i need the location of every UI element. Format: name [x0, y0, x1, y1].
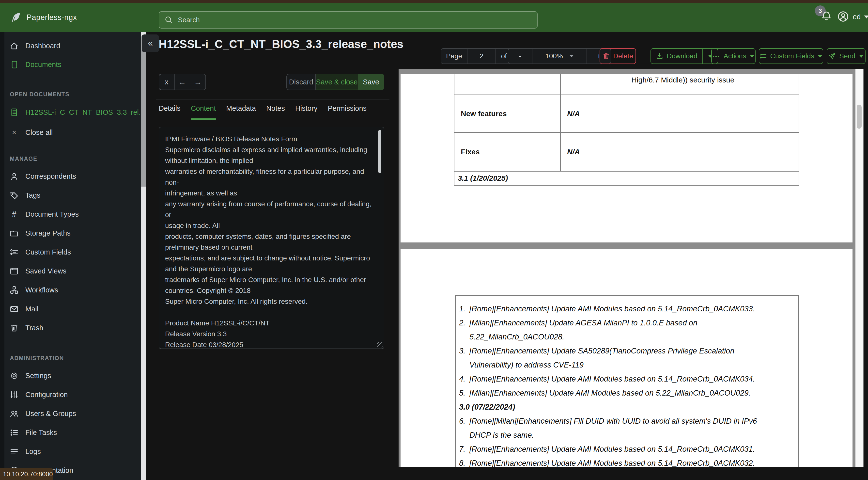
link-status-tooltip: 10.10.20.70:8000 — [0, 468, 53, 480]
preview-scrollbar-thumb[interactable] — [857, 104, 862, 129]
tab-notes[interactable]: Notes — [266, 104, 285, 120]
chevron-down-icon — [859, 55, 864, 58]
tab-content[interactable]: Content — [191, 104, 216, 120]
sidebar-left-edge — [0, 32, 4, 480]
textarea-scrollbar-thumb[interactable] — [378, 130, 381, 173]
chevron-down-icon — [817, 55, 823, 58]
pdf-preview: High/6.7 Middle)) security issue New fea… — [399, 69, 864, 467]
content-textarea[interactable]: IPMI Firmware / BIOS Release Notes Form … — [159, 127, 384, 349]
open-documents-header: OPEN DOCUMENTS — [0, 91, 141, 98]
sidebar-item-file-tasks[interactable]: File Tasks — [0, 426, 141, 439]
send-button[interactable]: Send — [827, 48, 866, 64]
list-item: 3.0 (07/22/2024) — [456, 400, 798, 414]
sidebar-item-dashboard[interactable]: Dashboard — [0, 39, 141, 52]
download-icon — [656, 53, 663, 60]
tab-details[interactable]: Details — [159, 104, 181, 120]
next-document-button[interactable]: → — [190, 74, 206, 90]
list-item: 5. [Milan][Enhancements] Update AMI Modu… — [456, 386, 798, 400]
sidebar: Dashboard Documents OPEN DOCUMENTS H12SS… — [0, 32, 141, 480]
home-icon — [10, 41, 19, 50]
previous-document-button[interactable]: ← — [175, 74, 190, 90]
actions-button[interactable]: ⋯ Actions — [711, 48, 755, 64]
sliders-icon — [10, 390, 19, 399]
tag-icon — [10, 191, 19, 200]
list-item: 7. [Rome][Enhancements] Update AMI Modul… — [456, 442, 798, 456]
zoom-level-select[interactable]: 100% — [532, 49, 587, 63]
user-menu[interactable]: ed — [853, 13, 868, 21]
gear-icon — [10, 371, 19, 380]
sidebar-item-settings[interactable]: Settings — [0, 369, 141, 382]
list-item-text: [Rome][Enhancements] Update AMI Modules … — [469, 372, 798, 386]
sidebar-item-correspondents[interactable]: Correspondents — [0, 170, 141, 183]
zoom-out-button[interactable]: - — [508, 49, 532, 63]
save-button[interactable]: Save — [358, 74, 384, 90]
table-cell-value: N/A — [561, 95, 799, 132]
discard-button[interactable]: Discard — [286, 74, 316, 90]
file-text-icon — [10, 108, 19, 117]
download-button[interactable]: Download — [651, 49, 703, 63]
sidebar-item-logs[interactable]: Logs — [0, 445, 141, 458]
custom-fields-icon — [760, 53, 767, 60]
chevron-down-icon — [864, 16, 868, 19]
search-icon — [164, 16, 173, 24]
document-title: H12SSL-i_C_CT_NT_BIOS_3.3_release_notes — [159, 37, 403, 51]
sidebar-item-close-all[interactable]: × Close all — [0, 126, 141, 139]
sidebar-item-mail[interactable]: Mail — [0, 302, 141, 315]
textarea-resize-handle[interactable] — [377, 342, 383, 348]
boxes-icon — [10, 286, 19, 294]
release-notes-list: 1. [Rome][Enhancements] Update AMI Modul… — [455, 295, 799, 467]
sidebar-item-workflows[interactable]: Workflows — [0, 283, 141, 296]
tab-metadata[interactable]: Metadata — [226, 104, 256, 120]
table-cell-label: New features — [455, 95, 561, 132]
download-split-button: Download — [651, 48, 718, 64]
folder-icon — [10, 229, 19, 238]
send-icon — [828, 53, 836, 60]
list-item-text: [Rome][Enhancements] Update SA50289(Tian… — [469, 344, 798, 372]
tab-permissions[interactable]: Permissions — [328, 104, 367, 120]
list-item-number: 3. — [456, 344, 469, 372]
list-item: 3. [Rome][Enhancements] Update SA50289(T… — [456, 344, 798, 372]
sidebar-item-saved-views[interactable]: Saved Views — [0, 265, 141, 277]
page-label: Page — [441, 49, 467, 63]
sidebar-item-custom-fields[interactable]: Custom Fields — [0, 246, 141, 259]
sidebar-collapse-button[interactable]: « — [142, 34, 159, 52]
list-item-number: 1. — [456, 302, 469, 316]
sidebar-item-tags[interactable]: Tags — [0, 189, 141, 202]
zoom-control: - 100% + — [508, 48, 611, 64]
list-item: 8. [Rome][Enhancements] Update AMI Modul… — [456, 456, 798, 467]
list-item-number: 2. — [456, 316, 469, 344]
app-name: Paperless-ngx — [27, 13, 77, 22]
document-tabs: Details Content Metadata Notes History P… — [159, 104, 367, 120]
administration-header: ADMINISTRATION — [0, 355, 141, 362]
app-logo[interactable]: Paperless-ngx — [10, 12, 77, 23]
sidebar-item-users-groups[interactable]: Users & Groups — [0, 407, 141, 420]
tab-history[interactable]: History — [295, 104, 317, 120]
list-item-number: 5. — [456, 386, 469, 400]
list-item-text: [Milan][Enhancements] Update AGESA Milan… — [469, 316, 798, 344]
logs-icon — [10, 447, 19, 456]
custom-fields-icon — [10, 248, 19, 257]
sidebar-item-configuration[interactable]: Configuration — [0, 388, 141, 401]
list-item-number: 8. — [456, 456, 469, 467]
sidebar-item-trash[interactable]: Trash — [0, 322, 141, 334]
app-header: Paperless-ngx — [0, 3, 868, 32]
table-cell-value: N/A — [561, 133, 799, 171]
search-input[interactable] — [177, 16, 532, 24]
table-version-row: 3.1 (1/20/2025) — [455, 172, 799, 186]
release-notes-table: High/6.7 Middle)) security issue New fea… — [454, 74, 799, 186]
custom-fields-button[interactable]: Custom Fields — [759, 48, 823, 64]
page-number-input[interactable]: 2 — [467, 49, 496, 63]
trash-icon — [602, 53, 610, 60]
delete-button[interactable]: Delete — [599, 48, 636, 64]
global-search[interactable] — [159, 11, 537, 29]
notifications-bell-icon[interactable] — [821, 11, 832, 22]
sidebar-item-storage-paths[interactable]: Storage Paths — [0, 227, 141, 240]
sidebar-item-document-types[interactable]: # Document Types — [0, 208, 141, 220]
user-avatar-icon[interactable] — [837, 11, 849, 22]
close-document-button[interactable]: x — [159, 74, 175, 90]
list-item-text: [Rome][Enhancements] Update AMI Modules … — [469, 456, 798, 467]
sidebar-item-documents[interactable]: Documents — [0, 58, 141, 71]
save-and-close-button[interactable]: Save & close — [316, 74, 358, 90]
sidebar-item-open-document[interactable]: H12SSL-i_C_CT_NT_BIOS_3.3_rel... — [0, 106, 141, 119]
sidebar-scrollbar-thumb[interactable] — [141, 36, 146, 187]
